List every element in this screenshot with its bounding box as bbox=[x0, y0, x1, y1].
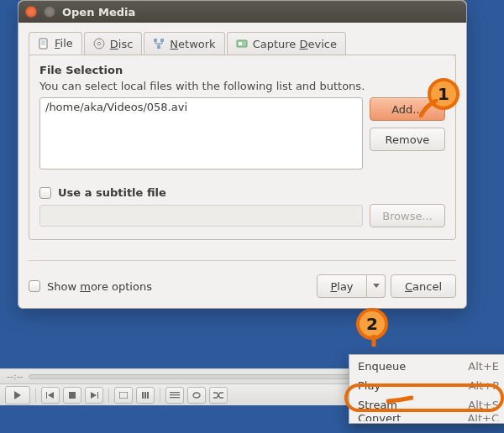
minimize-icon[interactable] bbox=[44, 6, 55, 18]
callout-3-tail bbox=[386, 394, 413, 405]
svg-rect-15 bbox=[239, 42, 242, 45]
menu-item-convert[interactable]: Convert Alt+C bbox=[349, 415, 504, 421]
cancel-button[interactable]: Cancel bbox=[391, 274, 456, 298]
svg-rect-6 bbox=[170, 394, 180, 395]
svg-rect-2 bbox=[142, 392, 144, 399]
capture-icon bbox=[236, 38, 248, 50]
file-pane: File Selection You can select local file… bbox=[29, 55, 456, 240]
file-section-helper: You can select local files with the foll… bbox=[39, 80, 445, 92]
subtitle-path-input bbox=[39, 205, 363, 227]
separator bbox=[29, 260, 456, 261]
loop-icon[interactable] bbox=[187, 387, 206, 404]
tab-file[interactable]: File bbox=[29, 32, 82, 55]
tab-strip: File Disc Network Capture Device bbox=[29, 32, 456, 55]
stop-icon[interactable] bbox=[63, 387, 81, 404]
play-dropdown-arrow[interactable] bbox=[367, 274, 386, 298]
fullscreen-icon[interactable] bbox=[114, 387, 133, 404]
svg-point-10 bbox=[97, 42, 100, 44]
prev-icon[interactable] bbox=[41, 387, 60, 404]
subtitle-checkbox[interactable] bbox=[39, 187, 51, 199]
browse-button-label: Browse... bbox=[382, 210, 433, 222]
next-icon[interactable] bbox=[85, 387, 103, 404]
file-section-title: File Selection bbox=[39, 64, 445, 76]
browse-button: Browse... bbox=[370, 204, 445, 227]
callout-3-ring bbox=[344, 383, 504, 412]
network-icon bbox=[153, 38, 165, 50]
tab-capture[interactable]: Capture Device bbox=[227, 32, 346, 55]
play-button[interactable]: Play bbox=[317, 274, 367, 298]
tab-disc[interactable]: Disc bbox=[84, 32, 143, 55]
svg-rect-8 bbox=[39, 39, 47, 49]
svg-rect-7 bbox=[170, 397, 180, 398]
svg-rect-13 bbox=[157, 45, 160, 49]
play-split-button: Play bbox=[317, 274, 386, 298]
callout-1-tail bbox=[419, 99, 438, 117]
file-list-item[interactable]: /home/aka/Videos/058.avi bbox=[45, 101, 357, 113]
remove-button-label: Remove bbox=[386, 133, 430, 146]
extended-icon[interactable] bbox=[136, 387, 155, 404]
playlist-icon[interactable] bbox=[165, 387, 184, 404]
subtitle-checkbox-label: Use a subtitle file bbox=[58, 186, 166, 199]
svg-rect-5 bbox=[170, 392, 180, 393]
callout-2-tail bbox=[370, 335, 378, 347]
menu-item-enqueue[interactable]: Enqueue Alt+E bbox=[349, 357, 504, 376]
remove-button[interactable]: Remove bbox=[370, 128, 445, 151]
window-title: Open Media bbox=[62, 6, 135, 18]
close-icon[interactable] bbox=[25, 6, 37, 18]
svg-rect-0 bbox=[69, 392, 76, 399]
file-list[interactable]: /home/aka/Videos/058.avi bbox=[39, 97, 363, 170]
disc-icon bbox=[93, 38, 105, 50]
svg-rect-11 bbox=[154, 39, 157, 42]
more-options-checkbox[interactable] bbox=[29, 280, 40, 292]
play-icon[interactable] bbox=[5, 386, 30, 404]
time-elapsed: --:-- bbox=[7, 371, 24, 382]
shuffle-icon[interactable] bbox=[209, 387, 228, 404]
svg-rect-1 bbox=[119, 392, 128, 399]
file-icon bbox=[38, 38, 50, 50]
tab-network[interactable]: Network bbox=[144, 32, 224, 55]
titlebar[interactable]: Open Media bbox=[18, 1, 466, 23]
chevron-down-icon bbox=[373, 284, 380, 289]
svg-rect-4 bbox=[147, 392, 149, 399]
open-media-dialog: Open Media File Disc Network Capture Dev… bbox=[18, 0, 467, 309]
svg-rect-3 bbox=[144, 392, 146, 399]
svg-rect-12 bbox=[160, 39, 164, 42]
more-options-label: Show more options bbox=[47, 280, 152, 293]
